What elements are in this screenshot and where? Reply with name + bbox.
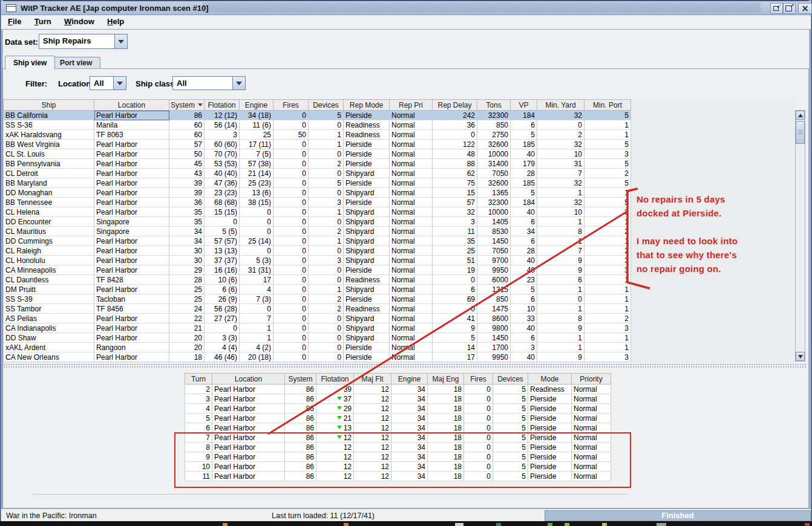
cell[interactable]: 28 <box>511 169 537 178</box>
column-header[interactable]: Flotation <box>205 100 240 111</box>
menu-help[interactable]: Help <box>102 15 129 26</box>
cell[interactable]: 4 (2) <box>240 343 273 352</box>
cell[interactable]: Normal <box>572 414 611 423</box>
cell[interactable]: 0 <box>309 169 344 178</box>
cell[interactable]: 18 <box>428 385 464 394</box>
cell[interactable]: Normal <box>390 169 433 178</box>
cell[interactable]: 1 <box>584 294 631 304</box>
cell[interactable]: 7050 <box>477 246 511 256</box>
cell[interactable]: 3 <box>205 130 240 140</box>
table-row[interactable]: CL HelenaPearl Harbor3515 (15)001Shipyar… <box>4 207 631 217</box>
cell[interactable]: Pearl Harbor <box>94 198 169 207</box>
cell[interactable]: 850 <box>477 120 511 130</box>
cell[interactable]: 68 (68) <box>205 198 240 207</box>
cell[interactable]: 8530 <box>477 227 511 236</box>
cell[interactable]: Pearl Harbor <box>94 149 169 159</box>
cell[interactable]: Normal <box>390 285 433 294</box>
cell[interactable]: 0 <box>464 423 493 433</box>
cell[interactable]: Normal <box>390 236 433 246</box>
table-row[interactable]: DD CummingsPearl Harbor3457 (57)25 (14)0… <box>4 236 631 246</box>
cell[interactable]: 18 <box>428 404 464 414</box>
cell[interactable]: 5 <box>584 111 631 120</box>
column-header[interactable]: Devices <box>493 374 528 385</box>
cell[interactable]: 2 <box>584 246 631 256</box>
cell[interactable]: 86 <box>285 404 316 414</box>
cell[interactable]: 51 <box>433 256 477 265</box>
taskbar-icon[interactable] <box>548 523 552 526</box>
cell[interactable]: 1700 <box>477 343 511 352</box>
table-row[interactable]: 10Pearl Harbor861212341805PiersideNormal <box>185 462 611 472</box>
cell[interactable]: 86 <box>285 414 316 423</box>
cell[interactable]: Shipyard <box>344 256 390 265</box>
cell[interactable]: 34 <box>391 394 428 404</box>
cell[interactable]: 21 <box>316 414 354 423</box>
cell[interactable]: 1 <box>584 275 631 285</box>
table-row[interactable]: xAKL ArdentRangoon204 (4)4 (2)00Pierside… <box>4 343 631 352</box>
cell[interactable]: Pearl Harbor <box>212 414 285 423</box>
column-header[interactable]: System <box>285 374 316 385</box>
cell[interactable]: CL Honolulu <box>4 256 94 265</box>
cell[interactable]: 29 <box>169 265 205 275</box>
cell[interactable]: 6 <box>511 294 537 304</box>
cell[interactable]: AS Pelias <box>4 314 94 323</box>
cell[interactable]: 2 <box>584 227 631 236</box>
cell[interactable]: 75 <box>433 178 477 188</box>
cell[interactable]: 0 <box>309 323 344 333</box>
cell[interactable]: 34 <box>169 236 205 246</box>
table-row[interactable]: BB CaliforniaPearl Harbor8612 (12)34 (18… <box>4 111 631 120</box>
cell[interactable]: TF 8063 <box>94 130 169 140</box>
column-header[interactable]: Devices <box>309 100 344 111</box>
cell[interactable]: 1 <box>309 236 344 246</box>
cell[interactable]: 4 (4) <box>205 343 240 352</box>
cell[interactable]: Normal <box>390 188 433 198</box>
cell[interactable]: Normal <box>390 343 433 352</box>
table-row[interactable]: 2Pearl Harbor863912341805ReadinessNormal <box>185 385 611 394</box>
cell[interactable]: Normal <box>390 159 433 169</box>
cell[interactable]: 0 <box>273 188 309 198</box>
cell[interactable]: TF 8428 <box>94 275 169 285</box>
cell[interactable]: 2 <box>537 130 584 140</box>
cell[interactable]: 34 <box>391 404 428 414</box>
cell[interactable]: Shipyard <box>344 207 390 217</box>
cell[interactable]: Normal <box>572 452 611 462</box>
cell[interactable]: 0 <box>240 304 273 314</box>
cell[interactable]: 27 (27) <box>205 314 240 323</box>
cell[interactable]: 10 <box>511 304 537 314</box>
cell[interactable]: 18 <box>428 433 464 443</box>
cell[interactable]: 86 <box>285 385 316 394</box>
cell[interactable]: Shipyard <box>344 314 390 323</box>
cell[interactable]: 5 <box>309 111 344 120</box>
cell[interactable]: 12 <box>354 414 391 423</box>
cell[interactable]: 12 <box>316 452 354 462</box>
cell[interactable]: 122 <box>433 140 477 149</box>
cell[interactable]: 39 <box>169 178 205 188</box>
cell[interactable]: Pearl Harbor <box>94 285 169 294</box>
tab-ship-view[interactable]: Ship view <box>5 56 55 70</box>
cell[interactable]: 850 <box>477 294 511 304</box>
column-header[interactable]: Tons <box>477 100 511 111</box>
cell[interactable]: 32300 <box>477 198 511 207</box>
cell[interactable]: 37 <box>316 394 354 404</box>
cell[interactable]: 12 <box>316 433 354 443</box>
cell[interactable]: 1 <box>537 343 584 352</box>
cell[interactable]: Pearl Harbor <box>94 265 169 275</box>
cell[interactable]: 86 <box>285 423 316 433</box>
cell[interactable]: 0 <box>464 385 493 394</box>
cell[interactable]: Pearl Harbor <box>94 159 169 169</box>
cell[interactable]: 1 <box>584 188 631 198</box>
cell[interactable]: 0 <box>273 159 309 169</box>
menu-file[interactable]: File <box>2 15 27 26</box>
cell[interactable]: 40 (40) <box>205 169 240 178</box>
cell[interactable]: 3 <box>584 323 631 333</box>
cell[interactable]: 0 <box>273 275 309 285</box>
cell[interactable]: 12 <box>354 404 391 414</box>
cell[interactable]: 1365 <box>477 188 511 198</box>
cell[interactable]: 0 <box>309 149 344 159</box>
cell[interactable]: 32 <box>537 111 584 120</box>
cell[interactable]: 1315 <box>477 285 511 294</box>
cell[interactable]: 5 <box>511 188 537 198</box>
cell[interactable]: 25 <box>169 285 205 294</box>
cell[interactable]: 0 <box>240 227 273 236</box>
cell[interactable]: Pearl Harbor <box>212 385 285 394</box>
cell[interactable]: 40 <box>511 323 537 333</box>
